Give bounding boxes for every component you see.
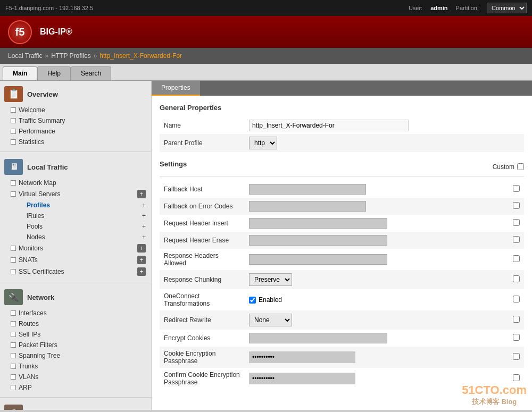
resp-headers-allowed-row: Response Headers Allowed: [160, 249, 524, 270]
redirect-rewrite-select[interactable]: None All Matching Nodes: [249, 314, 292, 326]
local-traffic-icon: 🖥: [4, 159, 23, 175]
tab-search[interactable]: Search: [71, 66, 111, 80]
general-properties-table: Name Parent Profile http: [160, 117, 524, 152]
profiles-plus-btn[interactable]: +: [142, 201, 146, 209]
tab-properties[interactable]: Properties: [152, 81, 200, 96]
general-properties-title: General Properties: [160, 104, 524, 112]
snats-plus-btn[interactable]: +: [137, 256, 146, 264]
sidebar-item-welcome[interactable]: Welcome: [0, 105, 151, 115]
properties-tab-bar: Properties: [152, 81, 532, 96]
confirm-passphrase-input[interactable]: [249, 373, 355, 384]
resp-chunking-select[interactable]: Preserve Rechunk Unchunk: [249, 273, 292, 286]
oneconnect-checkbox[interactable]: [249, 297, 256, 304]
oneconnect-custom-checkbox[interactable]: [513, 296, 520, 302]
sidebar-item-performance[interactable]: Performance: [0, 126, 151, 137]
name-value: [245, 117, 524, 134]
sidebar-item-routes[interactable]: Routes: [0, 318, 151, 329]
breadcrumb: Local Traffic » HTTP Profiles » http_Ins…: [0, 48, 532, 64]
sidebar-item-snats[interactable]: SNATs +: [0, 254, 151, 266]
trunks-label: Trunks: [19, 363, 38, 370]
encrypt-cookies-input[interactable]: [249, 333, 387, 343]
overview-header: 📋 Overview: [0, 83, 151, 105]
sidebar-item-nodes[interactable]: Nodes +: [0, 232, 151, 242]
req-header-insert-checkbox[interactable]: [513, 219, 520, 226]
logo-text: f5: [15, 26, 25, 38]
confirm-passphrase-row: Confirm Cookie EncryptionPassphrase: [160, 368, 524, 389]
req-header-insert-input[interactable]: [249, 218, 387, 229]
vs-indicator: [11, 191, 16, 197]
name-input[interactable]: [249, 120, 409, 131]
cookie-passphrase-checkbox[interactable]: [513, 353, 520, 360]
irules-plus-btn[interactable]: +: [142, 212, 146, 220]
partition-select[interactable]: Common: [487, 3, 527, 13]
sidebar-item-self-ips[interactable]: Self IPs: [0, 329, 151, 340]
name-label: Name: [160, 117, 245, 134]
encrypt-cookies-row: Encrypt Cookies: [160, 330, 524, 347]
snats-indicator: [11, 257, 16, 263]
statistics-indicator: [11, 139, 16, 145]
statistics-label: Statistics: [19, 138, 44, 146]
sidebar-item-traffic-summary[interactable]: Traffic Summary: [0, 115, 151, 126]
ssl-plus-btn[interactable]: +: [137, 267, 146, 276]
encrypt-cookies-checkbox[interactable]: [513, 334, 520, 341]
confirm-passphrase-checkbox[interactable]: [513, 374, 520, 381]
resp-chunking-checkbox[interactable]: [513, 275, 520, 282]
vs-label: Virtual Servers: [19, 190, 60, 198]
sidebar-item-virtual-servers[interactable]: Virtual Servers +: [0, 188, 151, 200]
network-title: Network: [27, 293, 54, 301]
self-ips-label: Self IPs: [19, 331, 40, 338]
req-header-erase-checkbox[interactable]: [513, 236, 520, 243]
fallback-error-input[interactable]: [249, 201, 366, 212]
sidebar-item-vlans[interactable]: VLANs: [0, 372, 151, 382]
sidebar-item-arp[interactable]: ARP: [0, 382, 151, 393]
sidebar-item-spanning-tree[interactable]: Spanning Tree: [0, 350, 151, 361]
snats-label: SNATs: [19, 256, 38, 264]
pools-plus-btn[interactable]: +: [142, 223, 146, 230]
custom-checkbox[interactable]: [517, 163, 524, 170]
sidebar-item-packet-filters[interactable]: Packet Filters: [0, 340, 151, 350]
parent-profile-value: http: [245, 134, 524, 152]
sidebar-item-irules[interactable]: iRules +: [0, 211, 151, 221]
sidebar-item-pools[interactable]: Pools +: [0, 221, 151, 232]
sidebar-item-monitors[interactable]: Monitors +: [0, 242, 151, 254]
parent-profile-select[interactable]: http: [249, 137, 277, 149]
sidebar-item-profiles[interactable]: Profiles +: [0, 200, 151, 211]
nodes-label: Nodes: [27, 233, 45, 241]
tab-main[interactable]: Main: [3, 66, 37, 80]
enabled-text: Enabled: [259, 296, 282, 304]
redirect-rewrite-row: Redirect Rewrite None All Matching Nodes: [160, 310, 524, 330]
redirect-rewrite-label: Redirect Rewrite: [160, 310, 245, 330]
sidebar: 📋 Overview Welcome Traffic Summary Perfo…: [0, 81, 152, 410]
breadcrumb-part1[interactable]: Local Traffic: [8, 52, 42, 60]
cookie-passphrase-input[interactable]: [249, 351, 355, 363]
resp-headers-allowed-checkbox[interactable]: [513, 255, 520, 262]
nodes-plus-btn[interactable]: +: [142, 233, 146, 241]
req-header-erase-input[interactable]: [249, 235, 387, 246]
monitors-plus-btn[interactable]: +: [137, 244, 146, 253]
req-header-insert-label: Request Header Insert: [160, 215, 245, 232]
partition-label: Partition:: [456, 5, 479, 11]
sidebar-item-network-map[interactable]: Network Map: [0, 178, 151, 188]
fallback-host-checkbox[interactable]: [513, 185, 520, 192]
oneconnect-row: OneConnectTransformations Enabled: [160, 289, 524, 310]
breadcrumb-part2[interactable]: HTTP Profiles: [51, 52, 90, 60]
sidebar-item-statistics[interactable]: Statistics: [0, 137, 151, 147]
redirect-rewrite-checkbox[interactable]: [513, 316, 520, 323]
tab-help[interactable]: Help: [37, 66, 71, 80]
network-section: 🔌 Network Interfaces Routes Self IPs Pac…: [0, 284, 151, 396]
sidebar-item-interfaces[interactable]: Interfaces: [0, 308, 151, 318]
system-icon: ⚙: [4, 405, 23, 410]
sidebar-item-trunks[interactable]: Trunks: [0, 361, 151, 372]
resp-headers-allowed-input[interactable]: [249, 254, 387, 265]
fallback-host-input[interactable]: [249, 184, 366, 195]
overview-section: 📋 Overview Welcome Traffic Summary Perfo…: [0, 81, 151, 150]
sidebar-item-ssl-certs[interactable]: SSL Certificates +: [0, 266, 151, 278]
fallback-error-label: Fallback on Error Codes: [160, 198, 245, 215]
spanning-tree-label: Spanning Tree: [19, 352, 60, 359]
fallback-error-checkbox[interactable]: [513, 202, 520, 209]
vs-plus-btn[interactable]: +: [137, 190, 146, 198]
network-icon: 🔌: [4, 289, 23, 305]
local-traffic-header: 🖥 Local Traffic: [0, 156, 151, 178]
cookie-passphrase-label: Cookie EncryptionPassphrase: [160, 347, 245, 368]
settings-table: Fallback Host Fallback on Error Codes: [160, 181, 524, 389]
